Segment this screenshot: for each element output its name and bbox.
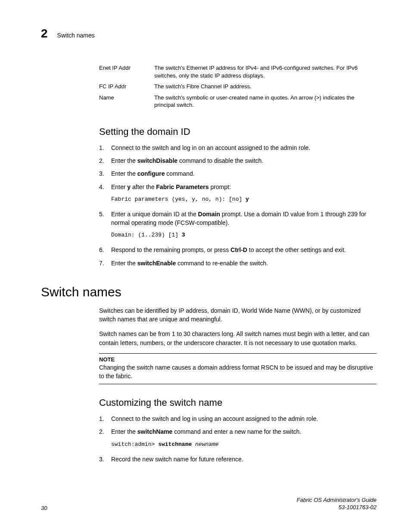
command: switchEnable — [137, 260, 176, 267]
table-row: Enet IP AddrThe switch's Ethernet IP add… — [99, 64, 377, 83]
desc-cell: The switch's symbolic or user-created na… — [154, 94, 377, 112]
note-body: Changing the switch name causes a domain… — [99, 364, 377, 380]
definition-table: Enet IP AddrThe switch's Ethernet IP add… — [99, 64, 377, 112]
doc-info: Fabric OS Administrator's Guide 53-10017… — [296, 497, 377, 511]
section-heading-customize: Customizing the switch name — [99, 397, 377, 408]
code-block: Domain: (1..239) [1] 3 — [111, 231, 377, 240]
section-heading-domain-id: Setting the domain ID — [99, 126, 377, 137]
list-item: Enter y after the Fabric Parameters prom… — [99, 183, 377, 204]
doc-title: Fabric OS Administrator's Guide — [296, 497, 377, 504]
command: switchDisable — [137, 157, 177, 164]
term-cell: Name — [99, 94, 154, 112]
code-block: Fabric parameters (yes, y, no, n): [no] … — [111, 196, 377, 204]
list-item: Record the new switch name for future re… — [99, 455, 377, 464]
header-section: Switch names — [57, 32, 95, 39]
steps-list-domain-id: Connect to the switch and log in on an a… — [99, 143, 377, 268]
code-block: switch:admin> switchname newname — [111, 441, 377, 449]
content-area: Enet IP AddrThe switch's Ethernet IP add… — [99, 64, 377, 268]
list-item: Enter the switchEnable command to re-ena… — [99, 259, 377, 268]
doc-number: 53-1001763-02 — [296, 504, 377, 511]
key-combo: Ctrl-D — [230, 246, 247, 253]
term-cell: Enet IP Addr — [99, 64, 154, 83]
page-footer: 30 Fabric OS Administrator's Guide 53-10… — [41, 497, 377, 511]
steps-list-customize: Connect to the switch and log in using a… — [99, 414, 377, 464]
list-item: Enter the switchName command and enter a… — [99, 427, 377, 448]
desc-cell: The switch's Ethernet IP address for IPv… — [154, 64, 377, 83]
list-item: Enter a unique domain ID at the Domain p… — [99, 210, 377, 240]
table-row: FC IP AddrThe switch's Fibre Channel IP … — [99, 83, 377, 94]
page-header: 2 Switch names — [41, 27, 377, 40]
note-block: NOTE Changing the switch name causes a d… — [99, 353, 377, 384]
chapter-title: Switch names — [41, 285, 377, 299]
term-cell: FC IP Addr — [99, 83, 154, 94]
list-item: Connect to the switch and log in on an a… — [99, 143, 377, 152]
chapter-number: 2 — [41, 27, 48, 40]
desc-cell: The switch's Fibre Channel IP address. — [154, 83, 377, 94]
list-item: Connect to the switch and log in using a… — [99, 414, 377, 423]
table-row: NameThe switch's symbolic or user-create… — [99, 94, 377, 112]
note-label: NOTE — [99, 356, 377, 363]
paragraph: Switches can be identified by IP address… — [99, 306, 377, 324]
prompt-name: Fabric Parameters — [156, 184, 209, 190]
prompt-name: Domain — [198, 211, 220, 218]
list-item: Enter the configure command. — [99, 169, 377, 178]
page-number: 30 — [41, 505, 47, 511]
paragraph: Switch names can be from 1 to 30 charact… — [99, 330, 377, 347]
content-area-2: Switches can be identified by IP address… — [99, 306, 377, 464]
list-item: Enter the switchDisable command to disab… — [99, 156, 377, 165]
list-item: Respond to the remaining prompts, or pre… — [99, 246, 377, 254]
command: configure — [137, 170, 165, 177]
command: switchName — [137, 428, 174, 435]
